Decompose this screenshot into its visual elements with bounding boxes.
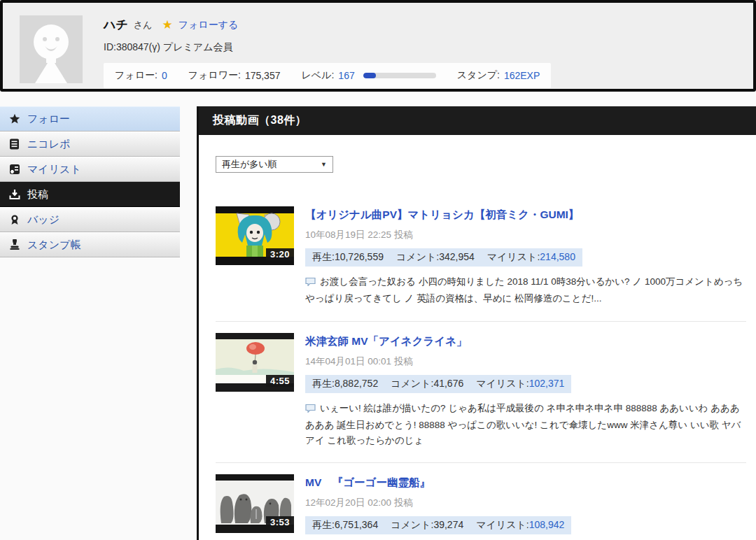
mylist-count-link[interactable]: 214,580 bbox=[540, 251, 575, 262]
stamp-icon bbox=[8, 239, 20, 251]
follow-count[interactable]: 0 bbox=[162, 70, 167, 81]
name-row: ハチ さん ★ フォローする bbox=[104, 17, 736, 33]
upload-icon bbox=[8, 189, 20, 201]
views-stat: 再生:6,751,364 bbox=[312, 519, 378, 532]
video-detail: 【オリジナル曲PV】マトリョシカ【初音ミク・GUMI】 10年08月19日 22… bbox=[305, 206, 746, 307]
comments-stat: コメント:41,676 bbox=[391, 378, 463, 390]
video-date: 10年08月19日 22:25 投稿 bbox=[305, 229, 746, 241]
follow-label: フォロー: bbox=[115, 69, 158, 82]
video-title-link[interactable]: MV 『ゴーゴー幽霊船』 bbox=[305, 476, 430, 490]
video-stats-row: 再生:6,751,364 コメント:39,274 マイリスト:108,942 bbox=[305, 516, 571, 534]
video-thumbnail-einekleine[interactable]: 4:55 bbox=[216, 333, 294, 392]
star-icon bbox=[8, 113, 20, 125]
video-thumbnail-matryoshka[interactable]: 3:20 bbox=[216, 206, 294, 265]
stat-stamp: スタンプ: 162EXP bbox=[457, 69, 540, 82]
sidebar-item-nicorepo[interactable]: ニコレポ bbox=[0, 132, 180, 157]
mylist-icon bbox=[8, 164, 20, 176]
sort-dropdown-value: 再生が多い順 bbox=[222, 158, 277, 171]
stamp-value[interactable]: 162EXP bbox=[504, 70, 540, 81]
sidebar-item-stampbook[interactable]: スタンプ帳 bbox=[0, 232, 180, 257]
mylist-stat: マイリスト:108,942 bbox=[476, 519, 564, 532]
stat-follow: フォロー: 0 bbox=[115, 69, 167, 82]
follow-star-icon: ★ bbox=[162, 17, 172, 32]
sidebar-item-badge[interactable]: バッジ bbox=[0, 207, 180, 232]
sidebar-item-label: フォロー bbox=[27, 113, 70, 126]
video-duration: 3:20 bbox=[266, 248, 294, 260]
sidebar-item-label: マイリスト bbox=[27, 163, 81, 176]
video-item: 3:20 【オリジナル曲PV】マトリョシカ【初音ミク・GUMI】 10年08月1… bbox=[216, 195, 746, 321]
sidebar-item-label: スタンプ帳 bbox=[27, 239, 80, 252]
honorific: さん bbox=[134, 19, 153, 31]
video-detail: 米津玄師 MV「アイネクライネ」 14年04月01日 00:01 投稿 再生:8… bbox=[305, 333, 746, 449]
profile-page: ハチ さん ★ フォローする ID:380847(γ) プレミアム会員 フォロー… bbox=[0, 0, 756, 540]
user-header-card: ハチ さん ★ フォローする ID:380847(γ) プレミアム会員 フォロー… bbox=[0, 0, 756, 92]
comment-bubble-icon bbox=[305, 276, 316, 291]
level-label: レベル: bbox=[301, 69, 334, 82]
video-detail: MV 『ゴーゴー幽霊船』 12年02月20日 02:00 投稿 再生:6,751… bbox=[305, 474, 746, 540]
video-stats-row: 再生:8,882,752 コメント:41,676 マイリスト:102,371 bbox=[305, 375, 571, 393]
sidebar-item-follow[interactable]: フォロー bbox=[0, 106, 180, 132]
user-id-line: ID:380847(γ) プレミアム会員 bbox=[104, 41, 736, 54]
sidebar-item-mylist[interactable]: マイリスト bbox=[0, 157, 180, 182]
mylist-count-link[interactable]: 108,942 bbox=[529, 519, 565, 530]
chevron-down-icon: ▼ bbox=[321, 161, 327, 168]
uploaded-videos-header: 投稿動画（38件） bbox=[199, 106, 756, 135]
stat-follower: フォロワー: 175,357 bbox=[188, 69, 281, 82]
video-duration: 4:55 bbox=[266, 375, 294, 387]
mylist-stat: マイリスト:214,580 bbox=[487, 251, 575, 264]
views-stat: 再生:10,726,559 bbox=[312, 251, 384, 264]
video-stats-row: 再生:10,726,559 コメント:342,954 マイリスト:214,580 bbox=[305, 248, 582, 267]
level-progress-bar bbox=[363, 73, 436, 78]
badge-icon bbox=[8, 214, 20, 226]
views-stat: 再生:8,882,752 bbox=[312, 378, 378, 390]
video-title-link[interactable]: 米津玄師 MV「アイネクライネ」 bbox=[305, 334, 468, 349]
user-info: ハチ さん ★ フォローする ID:380847(γ) プレミアム会員 フォロー… bbox=[104, 15, 736, 88]
follower-label: フォロワー: bbox=[188, 69, 241, 82]
video-date: 12年02月20日 02:00 投稿 bbox=[305, 497, 746, 509]
level-value[interactable]: 167 bbox=[338, 70, 354, 81]
sort-dropdown[interactable]: 再生が多い順 ▼ bbox=[216, 156, 333, 173]
nicorepo-icon bbox=[8, 138, 20, 150]
stat-level: レベル: 167 bbox=[301, 69, 435, 82]
mylist-count-link[interactable]: 102,371 bbox=[529, 378, 565, 389]
video-item: 3:53 MV 『ゴーゴー幽霊船』 12年02月20日 02:00 投稿 再生:… bbox=[216, 462, 746, 540]
video-title-link[interactable]: 【オリジナル曲PV】マトリョシカ【初音ミク・GUMI】 bbox=[305, 208, 579, 222]
sidebar-item-label: 投稿 bbox=[27, 188, 48, 201]
sidebar-item-upload[interactable]: 投稿 bbox=[0, 182, 180, 207]
video-date: 14年04月01日 00:01 投稿 bbox=[305, 355, 746, 368]
follower-count: 175,357 bbox=[245, 70, 281, 81]
user-name: ハチ bbox=[104, 17, 128, 33]
level-progress-fill bbox=[363, 73, 377, 78]
stamp-label: スタンプ: bbox=[457, 69, 500, 82]
video-duration: 3:53 bbox=[266, 516, 294, 528]
sidebar: フォロー ニコレポ マイリスト 投稿 バッジ bbox=[0, 106, 180, 257]
video-thumbnail-ghost-ship[interactable]: 3:53 bbox=[216, 474, 294, 533]
video-comment-preview: お渡し会言った奴おる 小四の時知りました 2018 11/1 0時38分いるかい… bbox=[305, 274, 746, 307]
follow-button[interactable]: フォローする bbox=[178, 19, 239, 31]
mylist-stat: マイリスト:102,371 bbox=[476, 378, 564, 390]
sidebar-item-label: ニコレポ bbox=[27, 138, 70, 151]
avatar bbox=[20, 15, 83, 83]
user-stats-bar: フォロー: 0 フォロワー: 175,357 レベル: 167 スタンプ: 16… bbox=[104, 63, 551, 88]
video-list: 3:20 【オリジナル曲PV】マトリョシカ【初音ミク・GUMI】 10年08月1… bbox=[216, 195, 746, 540]
video-item: 4:55 米津玄師 MV「アイネクライネ」 14年04月01日 00:01 投稿… bbox=[216, 321, 746, 463]
sidebar-item-label: バッジ bbox=[27, 213, 59, 227]
main-body: 再生が多い順 ▼ bbox=[199, 135, 756, 540]
comments-stat: コメント:342,954 bbox=[396, 251, 475, 264]
main-content: 投稿動画（38件） 再生が多い順 ▼ bbox=[197, 106, 756, 540]
comment-bubble-icon bbox=[305, 402, 316, 418]
video-comment-preview: いぇーい! 絵は誰が描いたの? じゃあ私は平成最後の ネ申ネ申ネ申ネ申 8888… bbox=[305, 401, 746, 449]
comments-stat: コメント:39,274 bbox=[391, 519, 463, 532]
